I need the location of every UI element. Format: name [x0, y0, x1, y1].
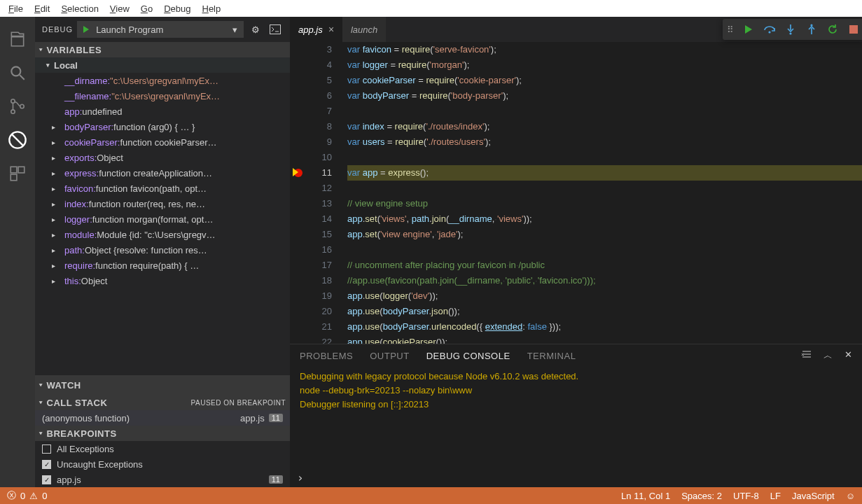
search-icon[interactable] — [1, 56, 34, 90]
step-over-button[interactable] — [759, 19, 780, 40]
paused-label: PAUSED ON BREAKPOINT — [191, 399, 286, 407]
callstack-fn: (anonymous function) — [42, 413, 130, 424]
debug-console-icon[interactable] — [267, 22, 283, 37]
checkbox-checked[interactable]: ✓ — [42, 475, 51, 484]
panel-tab-terminal[interactable]: TERMINAL — [527, 351, 576, 361]
feedback-icon[interactable]: ☺ — [846, 491, 855, 501]
menu-edit[interactable]: Edit — [29, 1, 55, 16]
encoding[interactable]: UTF-8 — [733, 491, 759, 501]
panel-tab-problems[interactable]: PROBLEMS — [300, 351, 353, 361]
stop-button[interactable] — [843, 19, 862, 40]
error-count: 0 — [20, 491, 25, 501]
source-control-icon[interactable] — [1, 90, 34, 123]
debug-console-input[interactable]: › — [290, 468, 862, 487]
callstack-section-header[interactable]: ▾CALL STACKPAUSED ON BREAKPOINT — [35, 395, 290, 410]
svg-rect-9 — [11, 174, 17, 181]
svg-point-15 — [810, 24, 812, 26]
bottom-panel: PROBLEMS OUTPUT DEBUG CONSOLE TERMINAL ︿… — [290, 344, 862, 487]
breakpoint-uncaught-exceptions[interactable]: ✓Uncaught Exceptions — [35, 456, 290, 472]
watch-section-header[interactable]: ▾WATCH — [35, 375, 290, 395]
menu-file[interactable]: File — [3, 1, 29, 16]
warnings-icon[interactable]: ⚠ — [29, 491, 38, 501]
drag-handle-icon[interactable]: ⠿ — [723, 24, 738, 35]
tab-bar: app.js× launch ⠿ ··· — [290, 17, 862, 42]
extensions-icon[interactable] — [1, 157, 34, 190]
breakpoint-file[interactable]: ✓app.js11 — [35, 472, 290, 487]
variable-row[interactable]: __dirname: "c:\Users\gregvanl\myEx… — [35, 73, 290, 88]
variable-row[interactable]: ▸path: Object {resolve: function res… — [35, 242, 290, 258]
callstack-label: CALL STACK — [47, 398, 108, 408]
variables-section-header[interactable]: ▾VARIABLES — [35, 42, 290, 57]
svg-line-1 — [20, 75, 25, 80]
debug-console-output: Debugging with legacy protocol because N… — [290, 367, 862, 468]
explorer-icon[interactable] — [1, 22, 34, 56]
variable-row[interactable]: ▸favicon: function favicon(path, opt… — [35, 181, 290, 196]
svg-rect-7 — [11, 167, 17, 173]
gear-icon[interactable]: ⚙ — [248, 22, 263, 37]
breakpoints-section-header[interactable]: ▾BREAKPOINTS — [35, 426, 290, 441]
continue-button[interactable] — [738, 19, 759, 40]
panel-tab-output[interactable]: OUTPUT — [370, 351, 409, 361]
menu-help[interactable]: Help — [196, 1, 226, 16]
svg-point-0 — [11, 66, 20, 76]
local-scope-header[interactable]: ▾Local — [35, 57, 290, 73]
checkbox-checked[interactable]: ✓ — [42, 460, 51, 469]
launch-config-select[interactable]: Launch Program ▾ — [77, 21, 244, 38]
play-icon — [83, 26, 89, 33]
clear-console-icon[interactable] — [801, 349, 812, 362]
breakpoints-label: BREAKPOINTS — [47, 428, 117, 439]
variable-row[interactable]: ▸express: function createApplication… — [35, 165, 290, 181]
errors-icon[interactable]: ⓧ — [7, 489, 16, 502]
debug-icon[interactable] — [1, 123, 34, 157]
console-line: node --debug-brk=20213 --nolazy bin\www — [300, 384, 852, 398]
eol[interactable]: LF — [770, 491, 781, 501]
variable-row[interactable]: ▸require: function require(path) { … — [35, 258, 290, 273]
breakpoint-all-exceptions[interactable]: All Exceptions — [35, 441, 290, 456]
close-icon[interactable]: × — [328, 24, 334, 35]
step-out-button[interactable] — [801, 19, 822, 40]
variable-row[interactable]: ▸module: Module {id: "c:\Users\gregv… — [35, 227, 290, 242]
variable-row[interactable]: __filename: "c:\Users\gregvanl\myEx… — [35, 88, 290, 104]
tab-appjs[interactable]: app.js× — [290, 17, 342, 42]
indentation[interactable]: Spaces: 2 — [681, 491, 722, 501]
menu-selection[interactable]: Selection — [55, 1, 104, 16]
svg-point-13 — [789, 32, 791, 34]
variable-row[interactable]: ▸logger: function morgan(format, opt… — [35, 211, 290, 227]
variable-row[interactable]: ▸cookieParser: function cookieParser… — [35, 134, 290, 150]
variable-row[interactable]: ▸bodyParser: function (arg0) { … } — [35, 119, 290, 134]
svg-rect-16 — [849, 25, 858, 34]
restart-button[interactable] — [822, 19, 843, 40]
callstack-frame[interactable]: (anonymous function) app.js11 — [35, 410, 290, 426]
menu-debug[interactable]: Debug — [158, 1, 196, 16]
language-mode[interactable]: JavaScript — [792, 491, 835, 501]
svg-point-11 — [768, 31, 770, 33]
code-content[interactable]: var·favicon·=·require('serve-favicon');v… — [345, 42, 862, 344]
chevron-down-icon: ▾ — [232, 24, 237, 35]
cursor-position[interactable]: Ln 11, Col 1 — [621, 491, 670, 501]
variable-row[interactable]: ▸exports: Object — [35, 150, 290, 165]
svg-rect-10 — [270, 25, 281, 34]
checkbox-unchecked[interactable] — [42, 444, 51, 454]
variables-list: __dirname: "c:\Users\gregvanl\myEx…__fil… — [35, 73, 290, 375]
callstack-line: 11 — [269, 414, 283, 422]
svg-point-3 — [11, 110, 15, 113]
activity-bar — [0, 17, 35, 487]
console-line: Debugging with legacy protocol because N… — [300, 370, 852, 384]
collapse-panel-icon[interactable]: ︿ — [823, 349, 833, 362]
svg-rect-8 — [18, 167, 25, 173]
step-into-button[interactable] — [780, 19, 801, 40]
variable-row[interactable]: ▸index: function router(req, res, ne… — [35, 196, 290, 211]
menu-go[interactable]: Go — [135, 1, 158, 16]
watch-label: WATCH — [47, 380, 81, 391]
callstack-file: app.js — [240, 413, 265, 424]
close-panel-icon[interactable]: ✕ — [844, 349, 853, 362]
tab-launch[interactable]: launch — [342, 17, 386, 42]
console-line: Debugger listening on [::]:20213 — [300, 398, 852, 412]
code-editor[interactable]: 345678910111213141516171819202122 var·fa… — [290, 42, 862, 344]
variable-row[interactable]: ▸this: Object — [35, 273, 290, 288]
panel-tab-debug-console[interactable]: DEBUG CONSOLE — [426, 351, 510, 361]
svg-point-4 — [20, 104, 24, 108]
variable-row[interactable]: app: undefined — [35, 104, 290, 119]
menu-view[interactable]: View — [104, 1, 135, 16]
debug-sidebar: DEBUG Launch Program ▾ ⚙ ▾VARIABLES ▾Loc… — [35, 17, 290, 487]
